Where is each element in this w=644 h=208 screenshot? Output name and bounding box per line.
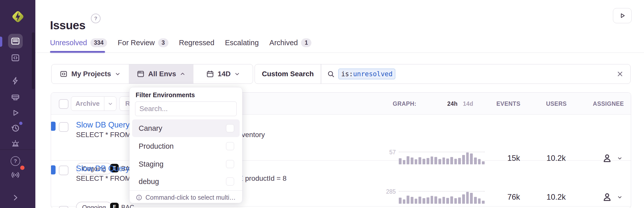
help-icon[interactable]: ?	[91, 14, 101, 23]
env-option-checkbox[interactable]	[226, 142, 234, 150]
issue-title-link[interactable]: Slow DB Query	[76, 164, 130, 173]
tab-for-review[interactable]: For Review 3	[118, 38, 168, 47]
row-checkbox[interactable]	[59, 122, 68, 132]
unread-indicator	[51, 122, 56, 131]
search-query-token[interactable]: is:unresolved	[338, 69, 395, 79]
graph-range-14d[interactable]: 14d	[463, 100, 473, 107]
sidebar-item-performance[interactable]	[11, 76, 20, 86]
column-assignee: ASSIGNEE	[593, 100, 624, 107]
chevron-down-icon[interactable]	[104, 101, 116, 107]
env-option-checkbox[interactable]	[226, 124, 234, 132]
page-filter-bar: My Projects All Envs 14D	[51, 64, 253, 84]
code-folder-icon	[11, 53, 20, 63]
sidebar-item-broadcasts[interactable]	[11, 170, 20, 180]
custom-search-button[interactable]: Custom Search	[255, 70, 321, 78]
environments-filter-button[interactable]: All Envs	[129, 64, 193, 84]
sparkline-bars	[399, 192, 485, 204]
issue-snippet-right: E productId = 8	[238, 174, 287, 183]
environment-search-input[interactable]	[135, 101, 237, 116]
issue-snippet-left: SELECT * FROM p	[76, 131, 137, 139]
sidebar-item-issues[interactable]	[8, 34, 23, 48]
events-count: 76k	[507, 193, 520, 202]
chevron-down-icon	[617, 194, 623, 200]
env-option-canary[interactable]: Canary	[132, 119, 240, 137]
environment-dropdown: Filter Environments Canary Production St…	[129, 87, 242, 203]
page-title: Issues	[50, 18, 85, 32]
code-folder-icon	[60, 70, 68, 78]
archive-button-label: Archive	[71, 100, 104, 108]
tab-count-badge: 334	[90, 38, 107, 47]
chevron-up-icon	[180, 71, 186, 77]
replay-tour-button[interactable]	[613, 8, 632, 23]
select-all-checkbox[interactable]	[59, 99, 68, 109]
env-option-staging[interactable]: Staging	[132, 155, 240, 173]
env-option-debug[interactable]: debug	[132, 173, 240, 190]
info-icon	[136, 194, 142, 201]
sidebar-item-replays[interactable]	[11, 108, 20, 118]
projects-filter-button[interactable]: My Projects	[52, 64, 129, 84]
events-sparkline: 285	[399, 192, 485, 204]
replay-notification-dot	[19, 122, 22, 125]
siren-icon	[11, 139, 20, 149]
issue-tabs: Unresolved 334 For Review 3 Regressed Es…	[50, 38, 311, 47]
sentry-logo-icon[interactable]	[11, 9, 25, 25]
dropdown-footer-divider	[130, 190, 242, 191]
tab-escalating[interactable]: Escalating	[225, 39, 259, 47]
archive-split-button[interactable]: Archive	[71, 96, 116, 111]
issues-page: ? Issues ? Unresolved 334 For Review 3	[0, 0, 644, 208]
column-events: EVENTS	[496, 100, 520, 107]
users-count: 10.2k	[547, 193, 566, 202]
issue-title-link[interactable]: Slow DB Query	[76, 120, 130, 129]
unread-indicator	[51, 165, 56, 174]
chevron-down-icon	[234, 71, 240, 77]
project-name: BAC	[121, 204, 134, 208]
play-icon	[11, 108, 20, 117]
tab-unresolved[interactable]: Unresolved 334	[50, 38, 107, 47]
assignee-dropdown[interactable]	[602, 192, 623, 202]
env-option-checkbox[interactable]	[226, 177, 234, 186]
tab-count-badge: 3	[158, 38, 168, 47]
calendar-icon	[206, 70, 214, 78]
issue-snippet-right: ventory	[242, 131, 265, 139]
sidebar-scrollbar[interactable]	[32, 32, 35, 89]
env-option-production[interactable]: Production	[132, 137, 240, 155]
sidebar-item-alerts[interactable]	[11, 139, 20, 149]
header-divider	[35, 53, 644, 53]
column-users: USERS	[546, 100, 567, 107]
sidebar-divider	[0, 149, 35, 150]
env-option-checkbox[interactable]	[226, 160, 234, 168]
tab-regressed[interactable]: Regressed	[179, 39, 214, 47]
lightning-icon	[11, 76, 20, 85]
sidebar-item-help[interactable]: ?	[11, 156, 20, 166]
clear-search-icon[interactable]	[616, 70, 624, 78]
window-icon	[137, 70, 145, 78]
tab-archived[interactable]: Archived 1	[269, 38, 312, 47]
sidebar-item-profiling[interactable]	[11, 93, 20, 102]
chevron-down-icon	[115, 71, 121, 77]
chevron-right-icon	[11, 193, 20, 202]
date-range-filter-button[interactable]: 14D	[193, 64, 253, 84]
graph-range-24h[interactable]: 24h	[447, 100, 458, 107]
question-circle-icon: ?	[11, 156, 20, 166]
user-icon	[602, 192, 612, 202]
search-divider	[321, 64, 321, 84]
sidebar-item-history[interactable]	[11, 123, 20, 133]
issue-search-bar: Custom Search is:unresolved	[255, 64, 631, 84]
broadcast-notification-dot	[20, 166, 24, 170]
column-graph: GRAPH:	[393, 100, 416, 107]
row-checkbox[interactable]	[59, 206, 68, 208]
dropdown-title: Filter Environments	[136, 91, 195, 99]
tab-count-badge: 1	[301, 38, 311, 47]
sparkline-peak-label: 57	[389, 149, 396, 156]
projector-icon	[11, 93, 20, 102]
dropdown-footer: Command-click to select multi…	[136, 192, 236, 203]
clock-history-icon	[11, 123, 20, 133]
inbox-icon	[11, 36, 20, 46]
status-badge: Ongoing	[76, 202, 112, 208]
row-checkbox[interactable]	[59, 166, 68, 175]
search-icon	[327, 70, 335, 78]
sidebar: ?	[0, 0, 35, 208]
play-icon	[619, 12, 626, 19]
sidebar-item-projects[interactable]	[11, 53, 20, 63]
sidebar-expand-button[interactable]	[11, 193, 20, 202]
